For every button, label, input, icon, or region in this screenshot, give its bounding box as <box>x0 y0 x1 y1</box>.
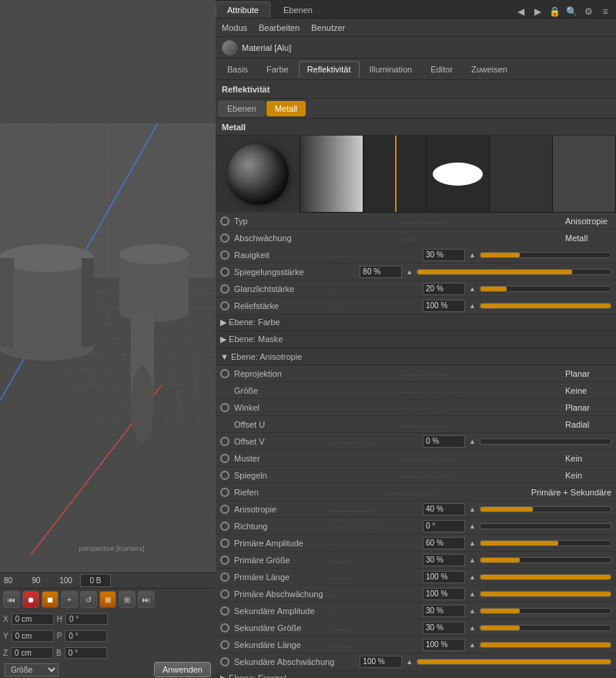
play-back-btn[interactable]: ⏮ <box>3 591 20 608</box>
prop-slider-a13[interactable] <box>480 591 611 597</box>
prop-slider-2[interactable] <box>480 252 611 258</box>
next-frame-btn[interactable]: ⊞ <box>99 591 116 608</box>
menu-bearbeiten[interactable]: Bearbeiten <box>259 23 300 32</box>
grid-btn[interactable]: ⊞ <box>119 591 136 608</box>
p-input[interactable] <box>65 630 107 642</box>
subtab-ebenen[interactable]: Ebenen <box>219 101 265 116</box>
prop-arrow-up-a13[interactable]: ▲ <box>467 590 477 598</box>
prop-arrow-up-a11[interactable]: ▲ <box>467 556 477 564</box>
prop-arrow-up-a10[interactable]: ▲ <box>467 539 477 547</box>
prop-dot-a11[interactable] <box>220 555 229 565</box>
prop-slider-a9[interactable] <box>480 523 611 529</box>
lock-icon[interactable]: 🔒 <box>548 5 561 18</box>
prop-slider-5[interactable] <box>480 303 611 309</box>
tab-ebenen[interactable]: Ebenen <box>272 2 324 18</box>
prop-dot-a6[interactable] <box>220 471 229 480</box>
prop-arrow-up-a8[interactable]: ▲ <box>467 505 477 513</box>
tab-zuweisen[interactable]: Zuweisen <box>463 61 516 78</box>
record-btn[interactable]: ⏺ <box>22 591 39 608</box>
prop-arrow-up-a17[interactable]: ▲ <box>404 658 414 666</box>
prop-dot-a14[interactable] <box>220 606 229 616</box>
prop-input-a11[interactable] <box>423 554 465 566</box>
prop-slider-a15[interactable] <box>480 625 611 631</box>
settings-icon[interactable]: ⚙ <box>582 5 594 18</box>
stop-btn[interactable]: ⏹ <box>42 591 59 608</box>
prop-input-a17[interactable] <box>360 656 402 668</box>
prop-dot-a0[interactable] <box>220 369 229 378</box>
y-input[interactable] <box>12 630 54 642</box>
play-btn[interactable]: + <box>61 591 78 608</box>
prop-slider-a11[interactable] <box>480 557 611 563</box>
prop-slider-4[interactable] <box>480 286 611 292</box>
tab-reflektivitaet[interactable]: Reflektivität <box>299 61 360 78</box>
play-fwd-btn[interactable]: ⏭ <box>138 591 155 608</box>
prop-input-a9[interactable] <box>423 520 465 532</box>
tab-farbe[interactable]: Farbe <box>258 61 297 78</box>
prop-arrow-up-a15[interactable]: ▲ <box>467 624 477 632</box>
prop-arrow-up-a14[interactable]: ▲ <box>467 607 477 615</box>
prop-arrow-up-a9[interactable]: ▲ <box>467 522 477 530</box>
size-dropdown[interactable]: Größe <box>5 663 59 676</box>
section-ebene-farbe[interactable]: ▶ Ebene: Farbe <box>216 314 616 331</box>
tab-attribute[interactable]: Attribute <box>216 2 270 18</box>
prop-slider-a10[interactable] <box>480 540 611 546</box>
prop-slider-a4[interactable] <box>480 438 611 445</box>
prop-input-3[interactable] <box>360 266 402 278</box>
search-icon[interactable]: 🔍 <box>565 5 578 18</box>
prop-dot-1[interactable] <box>220 233 229 243</box>
prop-input-a14[interactable] <box>423 605 465 617</box>
prop-dot-a10[interactable] <box>220 539 229 548</box>
prop-arrow-up-a16[interactable]: ▲ <box>467 641 477 649</box>
prop-arrow-up-a4[interactable]: ▲ <box>467 438 477 445</box>
prop-dot-a13[interactable] <box>220 589 229 599</box>
section-ebene-maske[interactable]: ▶ Ebene: Maske <box>216 331 616 348</box>
prop-input-a8[interactable] <box>423 503 465 515</box>
tab-editor[interactable]: Editor <box>422 61 461 78</box>
section-ebene-anisotropie[interactable]: ▼ Ebene: Anisotropie <box>216 348 616 365</box>
prop-input-a4[interactable] <box>423 435 465 448</box>
tab-illumination[interactable]: Illumination <box>361 61 421 78</box>
tab-basis[interactable]: Basis <box>219 61 256 78</box>
prop-input-2[interactable] <box>423 249 465 261</box>
prop-dot-a16[interactable] <box>220 640 229 649</box>
z-input[interactable] <box>11 647 53 659</box>
prop-slider-a8[interactable] <box>480 506 611 512</box>
prop-arrow-up-4[interactable]: ▲ <box>467 285 477 293</box>
menu-dots-icon[interactable]: ≡ <box>599 5 611 18</box>
prop-input-a13[interactable] <box>423 588 465 600</box>
prop-dot-a17[interactable] <box>220 657 229 666</box>
prop-dot-2[interactable] <box>220 250 229 260</box>
prop-arrow-up-2[interactable]: ▲ <box>467 251 477 259</box>
prop-dot-5[interactable] <box>220 301 229 310</box>
section-fresnel[interactable]: ▶ Ebene: Fresnel <box>216 670 616 678</box>
prop-arrow-up-3[interactable]: ▲ <box>404 268 414 276</box>
prop-dot-a4[interactable] <box>220 437 229 446</box>
viewport[interactable]: perspective [Kamera] 80 90 100 0 B ⏮ ⏺ ⏹… <box>0 0 216 678</box>
menu-modus[interactable]: Modus <box>222 23 247 32</box>
prop-dot-a12[interactable] <box>220 572 229 582</box>
apply-button[interactable]: Anwenden <box>154 662 211 677</box>
prop-input-5[interactable] <box>423 300 465 312</box>
subtab-metall[interactable]: Metall <box>266 101 306 116</box>
prop-dot-0[interactable] <box>220 216 229 226</box>
b-input[interactable] <box>65 647 107 659</box>
prop-slider-a16[interactable] <box>480 642 611 648</box>
arrow-left-icon[interactable]: ◀ <box>514 5 527 18</box>
prop-input-a15[interactable] <box>423 622 465 634</box>
prop-dot-3[interactable] <box>220 267 229 277</box>
prop-input-a10[interactable] <box>423 537 465 549</box>
h-input[interactable] <box>65 613 108 625</box>
prop-slider-a14[interactable] <box>480 608 611 614</box>
prop-slider-a17[interactable] <box>417 659 611 665</box>
prop-arrow-up-5[interactable]: ▲ <box>467 302 477 310</box>
prop-dot-a5[interactable] <box>220 454 229 463</box>
prop-input-a12[interactable] <box>423 571 465 583</box>
prop-arrow-up-a12[interactable]: ▲ <box>467 573 477 581</box>
prev-frame-btn[interactable]: ↺ <box>80 591 97 608</box>
prop-dot-a7[interactable] <box>220 488 229 497</box>
prop-dot-4[interactable] <box>220 284 229 294</box>
prop-dot-a9[interactable] <box>220 522 229 531</box>
menu-benutzer[interactable]: Benutzer <box>311 23 345 32</box>
prop-dot-a8[interactable] <box>220 505 229 514</box>
prop-input-a16[interactable] <box>423 639 465 651</box>
